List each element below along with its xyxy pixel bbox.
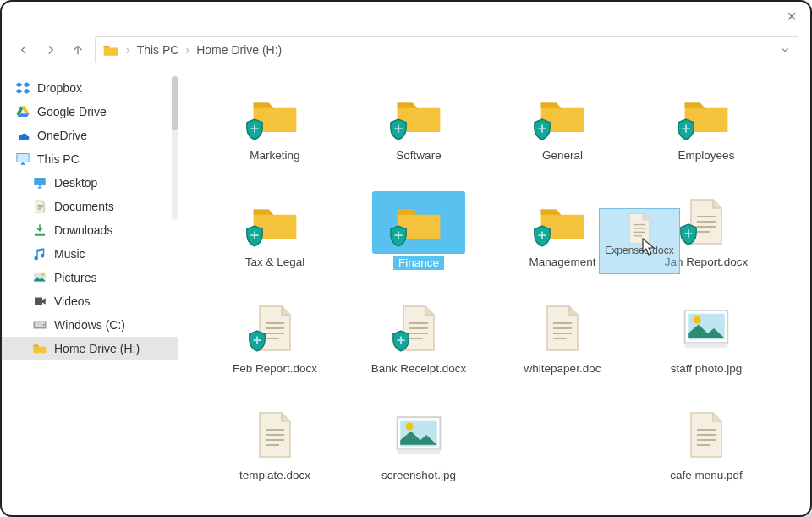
up-button[interactable] xyxy=(68,40,88,60)
grid-item-staff-photo-jpg[interactable]: staff photo.jpg xyxy=(634,294,778,396)
item-label: Software xyxy=(396,149,441,162)
sidebar-item-label: Documents xyxy=(54,200,114,213)
sidebar-item-music[interactable]: Music xyxy=(2,242,178,266)
sidebar-item-downloads[interactable]: Downloads xyxy=(2,218,178,242)
chevron-down-icon[interactable] xyxy=(779,44,791,56)
sidebar-item-desktop[interactable]: Desktop xyxy=(2,171,178,195)
dropbox-icon xyxy=(15,80,30,96)
grid-item-bank-receipt-docx[interactable]: Bank Receipt.docx xyxy=(347,294,491,396)
music-icon xyxy=(32,246,47,261)
item-label: staff photo.jpg xyxy=(671,362,743,375)
arrow-up-icon xyxy=(70,42,85,58)
scrollbar-thumb[interactable] xyxy=(172,76,178,130)
grid-item-template-docx[interactable]: template.docx xyxy=(203,401,347,503)
forward-button[interactable] xyxy=(41,40,61,60)
documents-icon xyxy=(32,199,47,214)
shield-badge-icon xyxy=(389,225,408,247)
sidebar-item-google-drive[interactable]: Google Drive xyxy=(2,100,178,124)
sidebar-item-label: Windows (C:) xyxy=(54,318,125,332)
shield-badge-icon xyxy=(677,118,695,140)
sidebar-item-label: Dropbox xyxy=(37,81,82,95)
shield-badge-icon xyxy=(533,118,551,140)
item-label: whitepaper.doc xyxy=(524,362,601,375)
explorer-window: × › This PC › Home Drive (H:) xyxy=(0,0,812,517)
monitor-icon xyxy=(15,151,30,167)
sidebar-item-windows-c[interactable]: Windows (C:) xyxy=(2,313,178,337)
file-icon xyxy=(688,411,725,459)
item-label: Finance xyxy=(393,256,444,270)
grid-item-tax-legal[interactable]: Tax & Legal xyxy=(203,188,347,289)
item-label: Bank Receipt.docx xyxy=(371,362,467,375)
sidebar-item-pictures[interactable]: Pictures xyxy=(2,266,178,289)
grid-item-cafe-menu-pdf[interactable]: cafe menu.pdf xyxy=(634,401,778,503)
gdrive-icon xyxy=(15,104,30,119)
grid-item-feb-report-docx[interactable]: Feb Report.docx xyxy=(203,294,347,396)
grid-item-marketing[interactable]: Marketing xyxy=(203,81,347,183)
sidebar-item-home-drive-h[interactable]: Home Drive (H:) xyxy=(2,337,178,360)
sidebar-item-videos[interactable]: Videos xyxy=(2,289,178,313)
title-bar: × xyxy=(2,2,810,30)
sidebar-item-label: Music xyxy=(54,247,85,261)
image-icon xyxy=(682,307,731,349)
sidebar-item-dropbox[interactable]: Dropbox xyxy=(2,76,178,100)
item-label: Management xyxy=(529,256,596,268)
file-icon xyxy=(544,305,581,352)
sidebar-item-this-pc[interactable]: This PC xyxy=(2,147,178,171)
sidebar-item-label: OneDrive xyxy=(37,129,87,142)
arrow-right-icon xyxy=(43,42,58,58)
pictures-icon xyxy=(32,270,47,285)
sidebar-item-label: Downloads xyxy=(54,223,112,237)
item-label: cafe menu.pdf xyxy=(670,469,743,481)
svg-point-0 xyxy=(694,316,701,323)
back-button[interactable] xyxy=(14,40,34,60)
sidebar-item-documents[interactable]: Documents xyxy=(2,195,178,218)
item-label: screenshot.jpg xyxy=(381,469,456,481)
sidebar-item-label: Google Drive xyxy=(37,105,107,118)
onedrive-icon xyxy=(15,128,30,143)
grid-item-finance[interactable]: Finance xyxy=(347,188,491,289)
breadcrumb-home-drive[interactable]: Home Drive (H:) xyxy=(196,43,282,57)
item-label: Marketing xyxy=(250,149,299,162)
grid-item-screenshot-jpg[interactable]: screenshot.jpg xyxy=(347,401,491,503)
shield-badge-icon xyxy=(679,223,698,245)
item-label: Tax & Legal xyxy=(245,256,305,268)
sidebar-item-label: Pictures xyxy=(54,271,97,284)
shield-badge-icon xyxy=(248,330,266,352)
chevron-right-icon: › xyxy=(185,43,189,57)
shield-badge-icon xyxy=(245,118,264,140)
address-bar[interactable]: › This PC › Home Drive (H:) xyxy=(95,36,798,63)
sidebar: DropboxGoogle DriveOneDriveThis PCDeskto… xyxy=(2,69,178,515)
file-icon xyxy=(256,411,294,459)
desktop-icon xyxy=(32,175,47,190)
image-icon xyxy=(394,414,443,456)
grid-item-whitepaper-doc[interactable]: whitepaper.doc xyxy=(491,294,634,396)
grid-item-general[interactable]: General xyxy=(491,81,634,183)
disk-icon xyxy=(32,317,47,333)
item-label: General xyxy=(542,149,583,162)
breadcrumb-this-pc[interactable]: This PC xyxy=(137,43,179,57)
folder-icon xyxy=(102,42,119,58)
shield-badge-icon xyxy=(392,330,410,352)
empty-cell xyxy=(491,401,634,503)
folder-view: MarketingSoftwareGeneralEmployeesTax & L… xyxy=(178,69,810,515)
grid-item-management[interactable]: Management xyxy=(491,188,634,289)
grid-item-jan-report-docx[interactable]: Jan Report.docx xyxy=(634,188,778,289)
item-label: Employees xyxy=(678,149,735,162)
grid-item-employees[interactable]: Employees xyxy=(634,81,778,183)
item-label: Jan Report.docx xyxy=(665,256,748,268)
folder-icon xyxy=(32,341,47,356)
chevron-right-icon: › xyxy=(126,43,130,57)
close-button[interactable]: × xyxy=(787,7,797,26)
videos-icon xyxy=(32,294,47,309)
nav-bar: › This PC › Home Drive (H:) xyxy=(2,30,810,69)
item-label: template.docx xyxy=(239,469,310,481)
item-label: Feb Report.docx xyxy=(233,362,317,375)
shield-badge-icon xyxy=(533,225,551,247)
sidebar-item-onedrive[interactable]: OneDrive xyxy=(2,124,178,147)
sidebar-item-label: Videos xyxy=(54,294,91,308)
svg-point-1 xyxy=(406,422,414,430)
sidebar-item-label: This PC xyxy=(37,152,80,166)
shield-badge-icon xyxy=(389,118,408,140)
sidebar-item-label: Desktop xyxy=(54,176,97,190)
grid-item-software[interactable]: Software xyxy=(347,81,491,183)
